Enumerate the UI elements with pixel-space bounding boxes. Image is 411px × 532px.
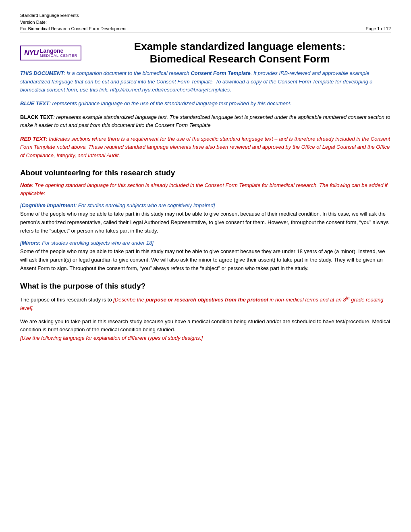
purpose-bold: purpose or research objectives from the … [145,297,268,303]
purpose-prefix: The purpose of this research study is to [20,297,113,303]
section2-body1: The purpose of this research study is to… [20,295,391,313]
header-page-label: Page 1 of 12 [366,26,391,31]
intro-para1: THIS DOCUMENT: is a companion document t… [20,69,391,94]
section1-note: Note: The opening standard language for … [20,181,391,197]
langone-text: Langone MEDICAL CENTER [40,48,77,58]
logo-title-row: NYU Langone MEDICAL CENTER Example stand… [20,40,391,65]
irb-link[interactable]: http://irb.med.nyu.edu/researchers/libra… [110,87,230,93]
this-document-period: . [230,87,231,93]
page-container: Standard Language Elements Version Date:… [20,0,391,364]
title-line1: Example standardized language elements: [134,40,346,52]
intro-para4: RED TEXT: Indicates sections where there… [20,135,391,159]
header-left-label: For Biomedical Research Consent Form Dev… [20,26,127,31]
section2-heading: What is the purpose of this study? [20,282,391,291]
section1-heading: About volunteering for this research stu… [20,168,391,177]
black-text-label: BLACK TEXT [20,114,53,120]
intro-para2: BLUE TEXT: represents guidance language … [20,100,391,108]
nyu-logo-box: NYU Langone MEDICAL CENTER [20,46,81,60]
doc-title-heading: Example standardized language elements: … [89,40,391,65]
purpose-body2-text: We are asking you to take part in this r… [20,318,390,333]
minors-label: [Minors: For studies enrolling subjects … [20,240,391,246]
nyu-text: NYU [24,49,38,57]
header-line2: Version Date: [20,19,391,26]
nyu-logo: NYU Langone MEDICAL CENTER [20,46,81,60]
blue-text-label: BLUE TEXT [20,100,49,106]
purpose-bracket-open: [Describe the [113,297,145,303]
langone-top: Langone [40,48,77,54]
header-line1: Standard Language Elements [20,12,391,19]
note-text: : The opening standard language for this… [20,182,387,196]
langone-bottom: MEDICAL CENTER [40,54,77,58]
black-text-rest: : represents example standardized langua… [20,114,390,128]
this-document-label: THIS DOCUMENT [20,70,64,76]
this-document-text1: : is a companion document to the biomedi… [64,70,191,76]
cognitive-body: Some of the people who may be able to ta… [20,210,391,235]
header-meta: Standard Language Elements Version Date: [20,12,391,25]
intro-para3: BLACK TEXT: represents example standardi… [20,113,391,129]
purpose-body2-italic: [Use the following language for explanat… [20,335,203,341]
red-text-label: RED TEXT: [20,136,48,142]
cognitive-label: [Cognitive Impairment: For studies enrol… [20,202,391,208]
consent-form-template-link: Consent Form Template [191,70,250,76]
title-line2: Biomedical Research Consent Form [150,53,330,65]
minors-body: Some of the people who may be able to ta… [20,247,391,272]
red-text-rest: Indicates sections where there is a requ… [20,136,390,158]
section2-body2: We are asking you to take part in this r… [20,318,391,343]
note-label: Note [20,182,32,188]
doc-title: Example standardized language elements: … [89,40,391,65]
blue-text-rest: : represents guidance language on the us… [49,100,291,106]
header-divider-row: For Biomedical Research Consent Form Dev… [20,26,391,33]
